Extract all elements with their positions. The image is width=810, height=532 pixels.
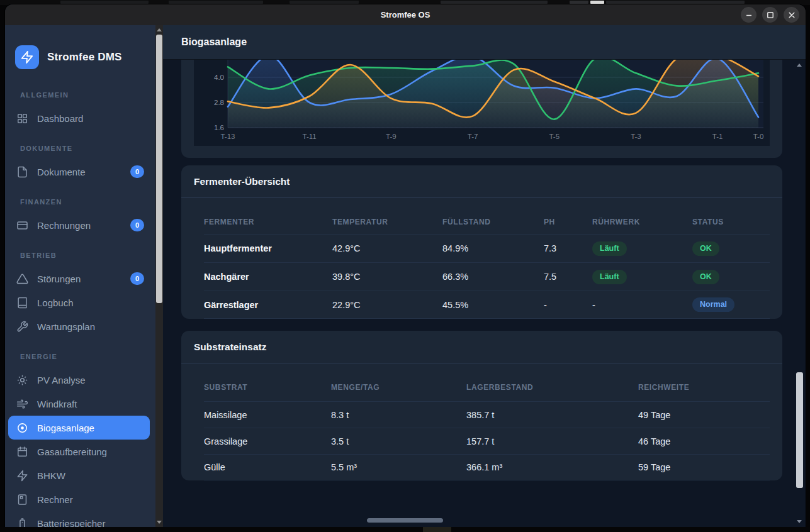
sidebar-item-label: BHKW [37,470,65,481]
sidebar-item-label: Wartungsplan [37,321,95,332]
maximize-button[interactable] [762,7,778,23]
sidebar-item-batteriespeicher[interactable]: Batteriespeicher [8,511,150,527]
sidebar-section-betrieb: BETRIEBStörungen0LogbuchWartungsplan [5,252,155,338]
scroll-down-icon[interactable] [157,521,162,524]
minimize-icon [745,11,753,19]
x-axis-tick: T-0 [753,133,764,140]
table-cell: 3.5 t [331,436,466,446]
scroll-up-icon[interactable] [157,28,162,31]
sidebar-scrollbar[interactable] [155,25,163,527]
status-badge: Läuft [592,241,627,256]
substrate-usage-card: Substrateinsatz SUBSTRATMENGE/TAGLAGERBE… [181,331,782,480]
desktop-background-artifact [590,1,604,4]
x-axis-tick: T-3 [631,133,641,140]
sidebar-item-bhkw[interactable]: BHKW [8,463,150,487]
table-cell: 59 Tage [638,462,770,472]
close-icon [788,11,796,19]
y-axis-tick: 1.6 [214,124,224,131]
background-taskbar-strip [0,527,810,532]
desktop-background-artifact [290,1,359,4]
line-chart: 4.02.81.6T-13T-11T-9T-7T-5T-3T-1T-0 [194,60,770,146]
table-cell: Normal [692,297,770,312]
sidebar-item-rechner[interactable]: Rechner [8,487,150,511]
table-cell: - [592,300,692,310]
sidebar-item-label: Rechnungen [37,220,91,231]
calculator-icon [16,493,28,506]
table-cell: OK [692,270,770,284]
section-label: FINANZEN [5,198,155,206]
sidebar-item-label: Dashboard [37,113,83,124]
x-axis-tick: T-13 [220,133,235,140]
status-badge: Normal [692,297,734,312]
calendar-icon [16,445,28,458]
table-cell: 366.1 m³ [466,462,638,472]
table-cell: 49 Tage [638,410,770,420]
count-badge: 0 [130,272,144,285]
sidebar-item-label: Logbuch [37,297,74,308]
column-header: MENGE/TAG [331,383,466,392]
content-area: 4.02.81.6T-13T-11T-9T-7T-5T-3T-1T-0 Ferm… [163,60,806,527]
book-icon [16,296,28,309]
sidebar-item-gasaufbereitung[interactable]: Gasaufbereitung [8,440,150,463]
sun-icon [16,374,28,386]
sidebar-item-label: Dokumente [37,167,86,177]
sidebar-item-windkraft[interactable]: Windkraft [8,392,150,416]
sidebar-item-label: PV Analyse [37,375,86,385]
table-cell: Nachgärer [204,272,332,282]
table-cell: Hauptfermenter [204,243,332,253]
sidebar-item-dokumente[interactable]: Dokumente0 [8,160,150,184]
desktop-background-artifact [606,1,745,4]
sidebar-item-biogasanlage[interactable]: Biogasanlage [8,416,150,440]
minimize-button[interactable] [741,7,757,23]
close-button[interactable] [784,7,799,23]
table-cell: 5.5 m³ [331,462,466,472]
count-badge: 0 [130,165,144,178]
y-axis-tick: 2.8 [214,99,224,106]
desktop-background-artifact [60,1,149,4]
window-controls [741,7,799,23]
desktop-background-artifact [570,1,588,4]
fermenter-table: FERMENTERTEMPERATURFÜLLSTANDPHRÜHRWERKST… [181,198,782,319]
table-cell: OK [692,241,770,256]
sidebar-item-wartungsplan[interactable]: Wartungsplan [8,314,150,338]
table-cell: Gärrestlager [204,300,332,310]
sidebar-item-label: Biogasanlage [37,423,94,433]
table-cell: 22.9°C [332,300,442,310]
status-badge: OK [692,270,719,284]
sidebar-item-stoerungen[interactable]: Störungen0 [8,267,150,291]
main-scrollbar-thumb[interactable] [796,372,803,488]
battery-icon [16,517,28,527]
desktop-background-artifact [169,1,263,4]
table-row: Nachgärer39.8°C66.3%7.5LäuftOK [204,262,770,291]
table-cell: - [544,300,592,310]
sidebar-item-rechnungen[interactable]: Rechnungen0 [8,213,150,237]
sidebar-item-dashboard[interactable]: Dashboard [8,106,150,130]
column-header: FERMENTER [204,218,332,226]
table-cell: 45.5% [442,300,544,310]
column-header: TEMPERATUR [332,218,442,226]
table-cell: 7.3 [544,243,592,253]
sidebar-item-pv-analyse[interactable]: PV Analyse [8,368,150,392]
table-cell: 84.9% [442,243,544,253]
sidebar-item-label: Batteriespeicher [37,518,105,528]
table-cell: 7.5 [544,272,592,282]
scroll-up-icon[interactable] [797,64,802,67]
dashboard-icon [16,112,28,125]
horizontal-scrollbar[interactable] [367,518,443,523]
titlebar[interactable]: Stromfee OS [5,4,806,25]
card-title: Fermenter-Übersicht [194,176,770,187]
scroll-down-icon[interactable] [797,520,802,523]
section-label: ENERGIE [5,353,155,360]
sidebar-item-logbuch[interactable]: Logbuch [8,291,150,314]
sidebar-section-energie: ENERGIEPV AnalyseWindkraftBiogasanlageGa… [5,353,155,527]
desktop-background-artifact [441,1,548,4]
table-cell: Läuft [592,270,692,284]
maximize-icon [767,11,774,19]
chart-card: 4.02.81.6T-13T-11T-9T-7T-5T-3T-1T-0 [181,60,782,158]
column-header: STATUS [692,218,770,226]
main-scrollbar[interactable] [796,60,804,527]
sidebar-scrollbar-thumb[interactable] [156,35,162,303]
table-row: Gülle5.5 m³366.1 m³59 Tage [204,454,770,480]
x-axis-tick: T-11 [303,133,317,140]
count-badge: 0 [130,219,144,231]
